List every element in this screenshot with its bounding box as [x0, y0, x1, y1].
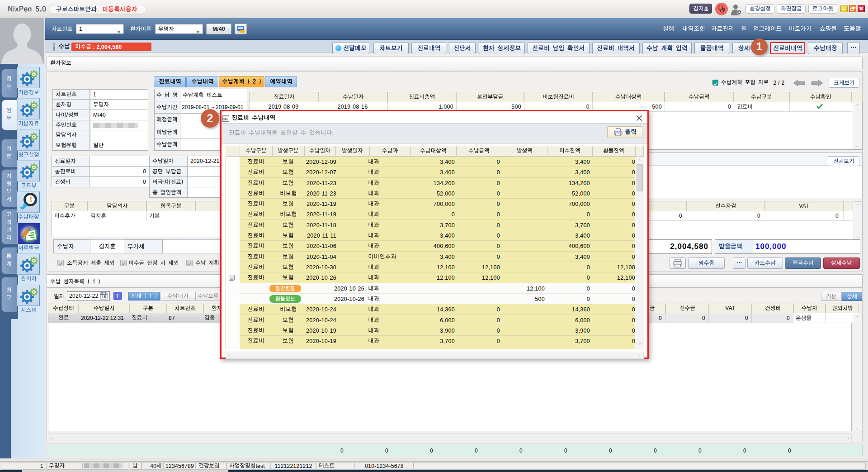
svg-text:15: 15 [102, 295, 106, 299]
